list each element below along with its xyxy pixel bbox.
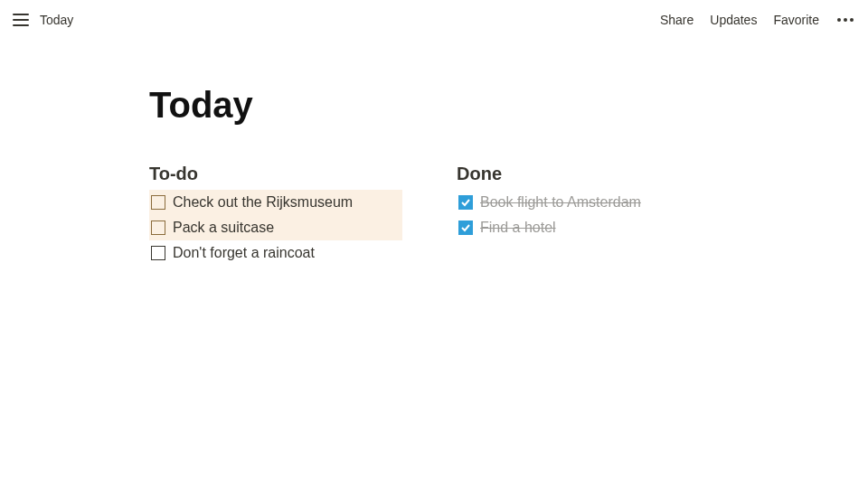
checkbox-icon[interactable] (151, 221, 165, 235)
checkbox-icon[interactable] (151, 195, 165, 210)
checkbox-icon[interactable] (151, 246, 165, 260)
breadcrumb[interactable]: Today (40, 13, 73, 27)
menu-icon[interactable] (13, 14, 29, 26)
content: Today To-do Check out the Rijksmuseum Pa… (0, 40, 868, 266)
columns: To-do Check out the Rijksmuseum Pack a s… (149, 164, 868, 266)
todo-label[interactable]: Book flight to Amsterdam (480, 194, 641, 211)
todo-label[interactable]: Find a hotel (480, 220, 556, 236)
todo-item[interactable]: Pack a suitcase (149, 215, 402, 240)
page-title[interactable]: Today (149, 85, 868, 126)
done-heading[interactable]: Done (457, 164, 710, 184)
topbar-right: Share Updates Favorite (660, 13, 855, 27)
checkbox-checked-icon[interactable] (458, 221, 473, 235)
topbar-left: Today (13, 13, 73, 27)
share-button[interactable]: Share (660, 13, 693, 27)
topbar: Today Share Updates Favorite (0, 0, 868, 40)
todo-item[interactable]: Check out the Rijksmuseum (149, 190, 402, 215)
todo-label[interactable]: Pack a suitcase (173, 220, 274, 236)
todo-item[interactable]: Find a hotel (457, 215, 710, 240)
more-icon[interactable] (835, 16, 855, 23)
todo-item[interactable]: Book flight to Amsterdam (457, 190, 710, 215)
todo-column: To-do Check out the Rijksmuseum Pack a s… (149, 164, 402, 266)
todo-label[interactable]: Don't forget a raincoat (173, 245, 315, 261)
todo-label[interactable]: Check out the Rijksmuseum (173, 194, 353, 211)
todo-item[interactable]: Don't forget a raincoat (149, 240, 402, 266)
checkbox-checked-icon[interactable] (458, 195, 473, 210)
todo-heading[interactable]: To-do (149, 164, 402, 184)
done-column: Done Book flight to Amsterdam Find a hot… (457, 164, 710, 266)
favorite-button[interactable]: Favorite (773, 13, 819, 27)
updates-button[interactable]: Updates (710, 13, 757, 27)
